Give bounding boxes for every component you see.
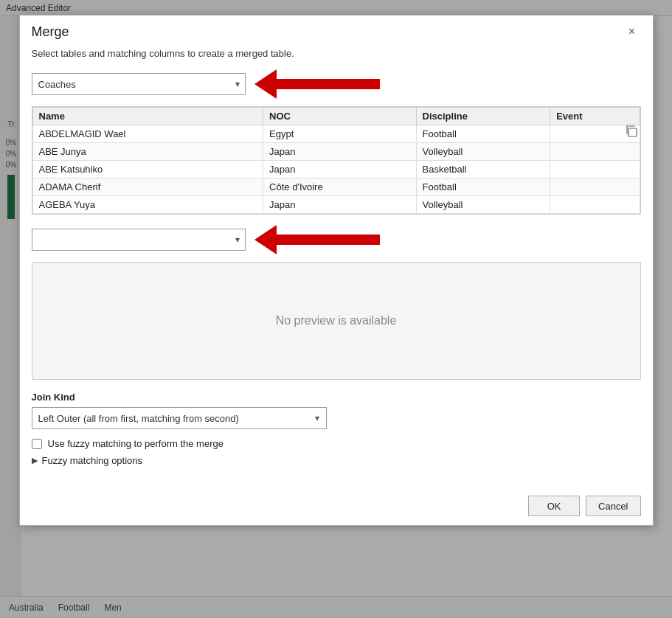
first-red-arrow xyxy=(254,69,380,99)
fuzzy-checkbox-row: Use fuzzy matching to perform the merge xyxy=(32,438,641,449)
merge-modal: Merge × Select tables and matching colum… xyxy=(19,15,654,526)
ok-button[interactable]: OK xyxy=(528,496,580,516)
cell-discipline-3: Basketball xyxy=(416,161,550,178)
cancel-button[interactable]: Cancel xyxy=(586,496,640,516)
fuzzy-options-label: Fuzzy matching options xyxy=(42,455,143,466)
cell-name-5: AGEBA Yuya xyxy=(32,196,263,214)
join-kind-dropdown[interactable]: Left Outer (all from first, matching fro… xyxy=(32,407,327,429)
table-row: ABE Katsuhiko Japan Basketball xyxy=(32,161,640,178)
close-button[interactable]: × xyxy=(623,23,641,41)
table-header-row: Name NOC Discipline Event xyxy=(32,108,640,125)
cell-noc-1: Egypt xyxy=(263,125,416,143)
cell-discipline-2: Volleyball xyxy=(416,143,550,161)
arrow-body-2 xyxy=(277,235,380,245)
modal-title: Merge xyxy=(32,24,69,40)
first-table-dropdown[interactable]: Coaches xyxy=(32,73,246,95)
col-noc: NOC xyxy=(263,108,416,125)
join-kind-dropdown-wrapper: Left Outer (all from first, matching fro… xyxy=(32,407,327,429)
cell-name-1: ABDELMAGID Wael xyxy=(32,125,263,143)
table-row: ABDELMAGID Wael Egypt Football xyxy=(32,125,640,143)
cell-discipline-1: Football xyxy=(416,125,550,143)
copy-icon[interactable] xyxy=(625,125,638,141)
fuzzy-checkbox-label[interactable]: Use fuzzy matching to perform the merge xyxy=(48,438,224,449)
cell-name-3: ABE Katsuhiko xyxy=(32,161,263,178)
cell-event-3 xyxy=(550,161,640,178)
modal-overlay: Merge × Select tables and matching colum… xyxy=(0,0,672,618)
second-dropdown-row xyxy=(32,225,641,254)
modal-footer: OK Cancel xyxy=(20,490,653,525)
second-table-dropdown[interactable] xyxy=(32,229,246,251)
arrow-head-1 xyxy=(254,69,277,99)
cell-name-4: ADAMA Cherif xyxy=(32,178,263,196)
col-discipline: Discipline xyxy=(416,108,550,125)
fuzzy-options-row[interactable]: ▶ Fuzzy matching options xyxy=(32,455,641,466)
first-dropdown-wrapper: Coaches xyxy=(32,73,246,95)
second-red-arrow xyxy=(254,225,380,254)
arrow-head-2 xyxy=(254,225,277,254)
cell-name-2: ABE Junya xyxy=(32,143,263,161)
modal-titlebar: Merge × xyxy=(20,15,653,45)
cell-noc-2: Japan xyxy=(263,143,416,161)
modal-body: Select tables and matching columns to cr… xyxy=(20,45,653,490)
cell-event-2 xyxy=(550,143,640,161)
col-event: Event xyxy=(550,108,640,125)
preview-area: No preview is available xyxy=(32,262,641,380)
preview-text: No preview is available xyxy=(276,314,397,327)
table-row: ADAMA Cherif Côte d'Ivoire Football xyxy=(32,178,640,196)
col-name: Name xyxy=(32,108,263,125)
modal-description: Select tables and matching columns to cr… xyxy=(32,48,641,59)
fuzzy-matching-checkbox[interactable] xyxy=(32,439,42,449)
cell-event-4 xyxy=(550,178,640,196)
cell-noc-5: Japan xyxy=(263,196,416,214)
cell-discipline-4: Football xyxy=(416,178,550,196)
coaches-table: Name NOC Discipline Event ABDELMAGID Wae… xyxy=(32,107,640,214)
table-row: AGEBA Yuya Japan Volleyball xyxy=(32,196,640,214)
data-table-container: Name NOC Discipline Event ABDELMAGID Wae… xyxy=(32,106,641,215)
svg-rect-0 xyxy=(628,128,637,136)
first-dropdown-row: Coaches xyxy=(32,69,641,99)
cell-discipline-5: Volleyball xyxy=(416,196,550,214)
cell-noc-3: Japan xyxy=(263,161,416,178)
arrow-body-1 xyxy=(277,79,380,89)
cell-event-5 xyxy=(550,196,640,214)
second-dropdown-wrapper xyxy=(32,229,246,251)
cell-noc-4: Côte d'Ivoire xyxy=(263,178,416,196)
chevron-right-icon: ▶ xyxy=(32,456,38,465)
join-kind-label: Join Kind xyxy=(32,392,641,403)
table-row: ABE Junya Japan Volleyball xyxy=(32,143,640,161)
